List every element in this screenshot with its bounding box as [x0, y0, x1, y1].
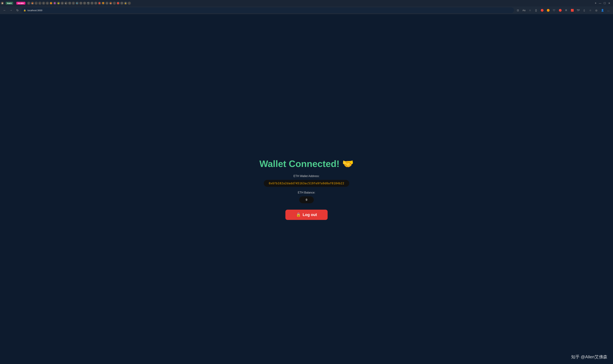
- tab-icon-27[interactable]: 🔒: [124, 2, 127, 5]
- bookmark-icon[interactable]: ☆: [528, 8, 532, 13]
- tab-icon-4[interactable]: L: [38, 2, 41, 5]
- tab-icon-2[interactable]: 🦊: [31, 2, 34, 5]
- tab-mcake[interactable]: mcake: [15, 1, 27, 6]
- tab-icon-13[interactable]: S: [72, 2, 75, 5]
- ext-icon-3[interactable]: 🛡: [552, 8, 557, 13]
- wallet-connected-title: Wallet Connected! 🤝: [259, 158, 354, 169]
- ext-icon-5[interactable]: 🟥: [570, 8, 575, 13]
- tab-icon-6[interactable]: G: [46, 2, 49, 5]
- tab-icon-12[interactable]: TP: [68, 2, 71, 5]
- tab-icon-15[interactable]: TP: [79, 2, 82, 5]
- tab-icon-14[interactable]: 🐦: [76, 2, 79, 5]
- minimize-button[interactable]: —: [599, 2, 602, 5]
- tab-icon-18[interactable]: TP: [90, 2, 94, 5]
- favorites-icon[interactable]: ☆: [588, 8, 593, 13]
- tab-icon-23[interactable]: 🦊: [109, 2, 112, 5]
- address-text: localhost:3000: [27, 9, 512, 12]
- more-icon[interactable]: …: [606, 8, 611, 13]
- maximize-button[interactable]: ☐: [603, 2, 606, 5]
- address-bar[interactable]: 🔒 localhost:3000: [21, 7, 514, 13]
- tab-learn[interactable]: learn: [4, 1, 14, 6]
- tab-icon-19[interactable]: TP: [94, 2, 97, 5]
- browser-chrome: 🏠 learn mcake V 🦊 L L D G 🟠 🟣 🐸 ⊞ ▶ TP S…: [0, 0, 613, 14]
- browser-home-icon[interactable]: 🏠: [1, 2, 4, 5]
- tab-bar: 🏠 learn mcake V 🦊 L L D G 🟠 🟣 🐸 ⊞ ▶ TP S…: [0, 0, 613, 6]
- code-icon[interactable]: {}: [533, 8, 539, 13]
- tab-icon-24[interactable]: □: [113, 2, 116, 5]
- tab-icon-10[interactable]: ⊞: [61, 2, 64, 5]
- page-content: Wallet Connected! 🤝 ETH Wallet Address: …: [0, 14, 613, 364]
- back-button[interactable]: ←: [2, 8, 7, 13]
- eth-balance-box: 0: [299, 196, 314, 203]
- split-screen-icon[interactable]: ⊡: [516, 8, 520, 13]
- tab-icon-7[interactable]: 🟠: [50, 2, 53, 5]
- refresh-button[interactable]: ↻: [15, 8, 20, 13]
- ext-icon-tp[interactable]: TP: [576, 8, 581, 13]
- tab-icon-16[interactable]: TP: [83, 2, 86, 5]
- tab-icon-3[interactable]: L: [35, 2, 38, 5]
- ext-icon-2[interactable]: 🟠: [545, 8, 551, 13]
- read-mode-icon[interactable]: Aa: [521, 8, 526, 13]
- handshake-emoji: 🤝: [342, 159, 354, 169]
- tab-icon-28[interactable]: □: [128, 2, 131, 5]
- other-tabs: V 🦊 L L D G 🟠 🟣 🐸 ⊞ ▶ TP S 🐦 TP TP 📷 TP …: [27, 2, 593, 5]
- new-tab-button[interactable]: +: [593, 1, 598, 6]
- profile-icon[interactable]: 👤: [600, 8, 605, 13]
- forward-button[interactable]: →: [9, 8, 14, 13]
- tab-icon-11[interactable]: ▶: [64, 2, 68, 5]
- eth-balance-label: ETH Balance:: [298, 191, 315, 194]
- logout-label: Log out: [303, 212, 317, 217]
- tab-icon-5[interactable]: D: [42, 2, 45, 5]
- close-button[interactable]: ✕: [608, 2, 611, 5]
- ext-icon-4[interactable]: 🔴: [558, 8, 563, 13]
- watermark: 知乎 @Allen艾佛森: [571, 354, 607, 360]
- tab-icon-9[interactable]: 🐸: [57, 2, 60, 5]
- ext-icon-1[interactable]: 🔴: [540, 8, 545, 13]
- logout-emoji: 🔒: [296, 212, 301, 217]
- tab-icon-26[interactable]: TP: [120, 2, 123, 5]
- window-controls: — ☐ ✕: [599, 2, 612, 5]
- address-bar-row: ← → ↻ 🔒 localhost:3000 ⊡ Aa ☆ {} 🔴 🟠 🛡 🔴…: [0, 6, 613, 14]
- ext-icon-r[interactable]: R: [564, 8, 569, 13]
- tab-icon-8[interactable]: 🟣: [53, 2, 56, 5]
- tab-icon-20[interactable]: 🔴: [98, 2, 101, 5]
- tab-mcake-label: mcake: [16, 2, 25, 5]
- copilot-icon[interactable]: ◎: [594, 8, 599, 13]
- tab-icon-21[interactable]: 🧡: [102, 2, 105, 5]
- eth-address-box: 0x6fb102a2dadd745163ac519fe9fa9d0af0184b…: [264, 180, 349, 187]
- toolbar-icons: ⊡ Aa ☆ {} 🔴 🟠 🛡 🔴 R 🟥 TP ▯ ☆ ◎ 👤 …: [516, 8, 611, 13]
- logout-button[interactable]: 🔒 Log out: [286, 210, 327, 220]
- eth-address-label: ETH Wallet Address:: [293, 175, 319, 178]
- tab-icon-1[interactable]: V: [27, 2, 30, 5]
- tab-icon-22[interactable]: ⚙: [105, 2, 109, 5]
- secure-icon: 🔒: [23, 9, 26, 12]
- sidebar-icon[interactable]: ▯: [582, 8, 587, 13]
- tab-learn-label: learn: [6, 2, 13, 5]
- tab-icon-25[interactable]: 🟥: [117, 2, 120, 5]
- tab-icon-17[interactable]: 📷: [87, 2, 90, 5]
